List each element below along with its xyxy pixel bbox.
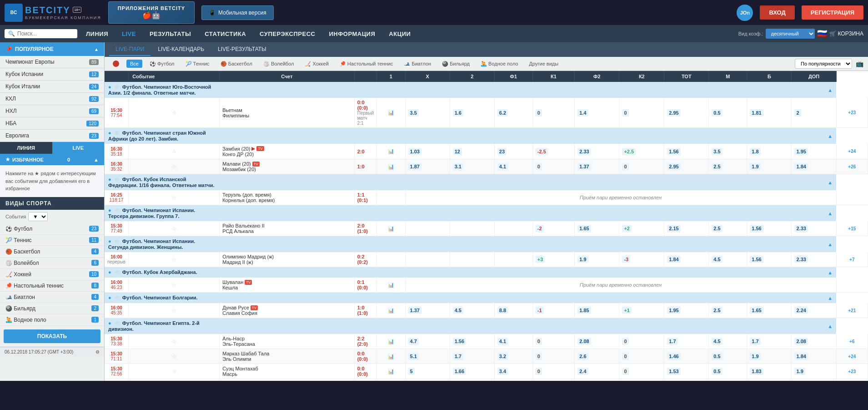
star-icon[interactable]: ☆ <box>172 164 176 169</box>
register-button[interactable]: РЕГИСТРАЦИЯ <box>802 5 863 20</box>
more-cell[interactable]: +23 <box>836 364 868 379</box>
stat-cell[interactable]: 📊 <box>377 221 405 236</box>
more-cell[interactable]: +24 <box>836 144 868 159</box>
odd-1[interactable]: 1.87 <box>405 159 450 174</box>
sidebar-liniya-btn[interactable]: ЛИНИЯ <box>0 142 52 154</box>
star-icon[interactable]: ☆ <box>172 354 176 359</box>
section-star-icon[interactable]: ☆ <box>115 295 119 300</box>
more-cell[interactable]: +23 <box>836 98 868 128</box>
sidebar-live-btn[interactable]: LIVE <box>52 142 105 154</box>
odd-1[interactable]: 1.03 <box>405 144 450 159</box>
sub-nav-live-results[interactable]: LIVE-РЕЗУЛЬТАТЫ <box>211 43 273 56</box>
odd-b[interactable]: 1.95 <box>792 144 836 159</box>
odd-tot[interactable]: 0.5 <box>709 364 747 379</box>
filter-tennis[interactable]: 🎾 Теннис <box>182 60 213 68</box>
odd-f1[interactable]: +3 <box>532 252 574 267</box>
section-star-icon[interactable]: ☆ <box>115 177 119 182</box>
tv-filter-icon[interactable]: 📺 <box>856 60 863 67</box>
collapse-icon[interactable]: ▲ <box>828 87 833 93</box>
sport-item-basketball[interactable]: 🏀 Баскетбол 4 <box>0 246 104 258</box>
odd-tot[interactable]: 4.5 <box>709 334 747 349</box>
sub-nav-live-pari[interactable]: LIVE-ПАРИ <box>109 43 151 56</box>
sub-nav-live-calendar[interactable]: LIVE-КАЛЕНДАРЬ <box>151 43 211 56</box>
section-expand-icon[interactable]: ● <box>108 130 111 136</box>
star-icon[interactable]: ☆ <box>172 110 176 115</box>
star-icon[interactable]: ☆ <box>172 369 176 374</box>
odd-k1[interactable]: 1.4 <box>575 98 619 128</box>
search-input[interactable] <box>17 30 72 37</box>
stat-cell[interactable]: 📊 <box>377 98 405 128</box>
odd-k2[interactable]: 1.42 <box>664 379 709 381</box>
odd-2[interactable]: 6.2 <box>494 98 532 128</box>
odd-f2[interactable]: +1 <box>619 303 664 318</box>
odd-x[interactable]: 1.6 <box>450 98 494 128</box>
collapse-icon[interactable]: ▲ <box>828 270 833 275</box>
odd-f1[interactable]: 0 <box>532 349 574 364</box>
stat-cell[interactable]: 📊 <box>377 334 405 349</box>
odd-x[interactable]: 1.66 <box>450 364 494 379</box>
odd-f1[interactable]: 0 <box>532 364 574 379</box>
sport-item-volleyball[interactable]: 🏐 Волейбол 6 <box>0 258 104 269</box>
sport-item-waterpolo[interactable]: 🤽 Водное поло 1 <box>0 314 104 326</box>
odd-b[interactable]: 1.9 <box>792 364 836 379</box>
odd-tot[interactable]: 2.5 <box>709 221 747 236</box>
odd-tot[interactable]: 3.5 <box>709 379 747 381</box>
odd-1[interactable]: 1.37 <box>405 303 450 318</box>
filter-basketball[interactable]: 🏀 Баскетбол <box>217 60 256 68</box>
nav-item-liniya[interactable]: ЛИНИЯ <box>80 27 115 41</box>
odd-f1[interactable]: -1.5 <box>532 379 574 381</box>
stat-cell[interactable]: 📊 <box>377 364 405 379</box>
odd-f1[interactable]: 0 <box>532 159 574 174</box>
odd-f2[interactable]: +1.5 <box>619 379 664 381</box>
odd-m[interactable]: 1.56 <box>747 252 792 267</box>
filter-hockey[interactable]: 🏒 Хоккей <box>301 60 332 68</box>
more-cell[interactable]: +26 <box>836 159 868 174</box>
odd-k2[interactable]: 1.84 <box>664 252 709 267</box>
odd-k2[interactable]: 2.15 <box>664 221 709 236</box>
odd-f2[interactable]: -3 <box>619 252 664 267</box>
app-banner[interactable]: ПРИЛОЖЕНИЯ BETCITY 🍎🤖 <box>108 1 195 24</box>
nav-item-promotions[interactable]: АКЦИИ <box>382 27 417 41</box>
odd-tot[interactable]: 0.5 <box>709 98 747 128</box>
nav-item-superexpress[interactable]: СУПЕРЭКСПРЕСС <box>253 27 321 41</box>
sidebar-item-kubok-ispanii[interactable]: Кубок Испании 12 <box>0 68 104 81</box>
odd-k1[interactable]: 1.9 <box>575 252 619 267</box>
sidebar-popular-header[interactable]: 📌 ПОПУЛЯРНОЕ ▲ <box>0 42 104 56</box>
odd-k2[interactable]: 1.53 <box>664 364 709 379</box>
odd-k1[interactable]: 2.33 <box>575 144 619 159</box>
odd-x[interactable]: 12 <box>450 144 494 159</box>
stat-cell[interactable]: 📊 <box>377 278 405 293</box>
coef-select[interactable]: десятичный американский дробный <box>766 29 815 39</box>
odd-m[interactable]: 1.56 <box>747 221 792 236</box>
odd-k2[interactable]: 1.7 <box>664 334 709 349</box>
star-icon[interactable]: ☆ <box>172 282 176 288</box>
odd-f2[interactable]: +2.5 <box>619 144 664 159</box>
nav-item-results[interactable]: РЕЗУЛЬТАТЫ <box>143 27 197 41</box>
sidebar-item-kubok-italii[interactable]: Кубок Италии 24 <box>0 81 104 93</box>
odd-k2[interactable]: 2.95 <box>664 98 709 128</box>
star-icon[interactable]: ☆ <box>172 195 176 200</box>
odd-1[interactable]: 5 <box>405 364 450 379</box>
odd-f2[interactable]: 0 <box>619 159 664 174</box>
more-cell[interactable]: +6 <box>836 334 868 349</box>
odd-k2[interactable]: 2.95 <box>664 159 709 174</box>
collapse-icon[interactable]: ▲ <box>828 324 833 329</box>
collapse-icon[interactable]: ▲ <box>828 180 833 185</box>
odd-b[interactable]: 2.33 <box>792 252 836 267</box>
odd-1[interactable]: 3.5 <box>405 98 450 128</box>
odd-2[interactable]: 8.8 <box>494 303 532 318</box>
odd-f2[interactable]: 0 <box>619 98 664 128</box>
stat-cell[interactable]: 📊 <box>377 144 405 159</box>
filter-other[interactable]: Другие виды <box>526 60 562 68</box>
section-expand-icon[interactable]: ● <box>108 177 111 182</box>
stat-cell[interactable]: 📊 <box>377 159 405 174</box>
section-star-icon[interactable]: ☆ <box>115 320 119 326</box>
sport-item-table-tennis[interactable]: 🏓 Настольный теннис 8 <box>0 280 104 292</box>
star-icon[interactable]: ☆ <box>172 148 176 154</box>
odd-k1[interactable]: 1.37 <box>575 159 619 174</box>
more-cell[interactable]: +18 <box>836 379 868 381</box>
collapse-icon[interactable]: ▲ <box>828 133 833 139</box>
sidebar-item-nba[interactable]: НБА 120 <box>0 117 104 130</box>
settings-icon[interactable]: ⚙ <box>95 349 100 354</box>
odd-m[interactable]: 1.95 <box>747 379 792 381</box>
